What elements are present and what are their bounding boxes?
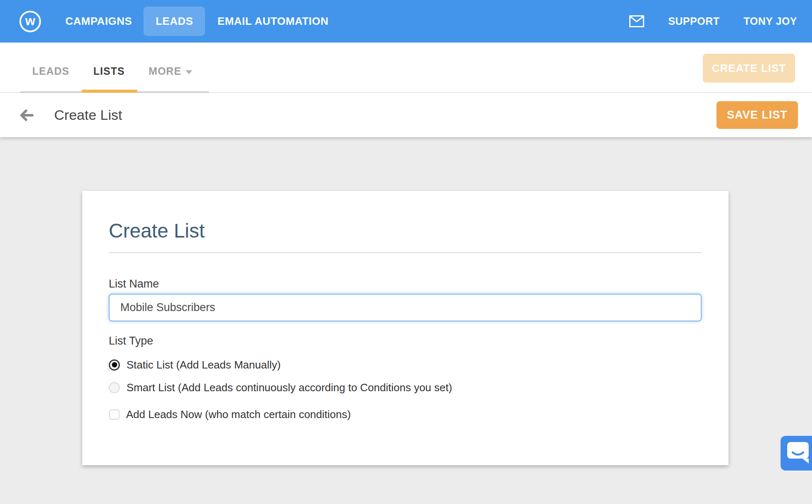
tab-more-label: MORE [149, 65, 182, 77]
save-list-button[interactable]: SAVE LIST [716, 101, 798, 129]
list-name-label: List Name [109, 277, 702, 290]
chat-bubble-icon [787, 442, 809, 465]
topbar-right-group: SUPPORT TONY JOY [629, 15, 797, 27]
create-list-button[interactable]: CREATE LIST [703, 54, 795, 83]
user-menu[interactable]: TONY JOY [743, 15, 797, 27]
mail-icon[interactable] [629, 15, 644, 27]
nav-email-automation[interactable]: EMAIL AUTOMATION [217, 15, 328, 28]
wishpond-logo[interactable]: w [19, 11, 41, 32]
card-title: Create List [109, 219, 702, 243]
nav-leads[interactable]: LEADS [143, 7, 205, 36]
primary-nav: CAMPAIGNS LEADS EMAIL AUTOMATION [41, 0, 329, 43]
static-list-option: Static List (Add Leads Manually) [109, 359, 702, 371]
page-header: Create List SAVE LIST [0, 93, 812, 137]
list-type-label: List Type [109, 334, 702, 348]
add-leads-now-option: Add Leads Now (who match certain conditi… [109, 408, 702, 421]
nav-campaigns[interactable]: CAMPAIGNS [65, 15, 132, 28]
checkbox-add-leads-now-label: Add Leads Now (who match certain conditi… [126, 408, 351, 421]
smart-list-option: Smart List (Add Leads continuously accor… [109, 381, 702, 394]
list-name-input[interactable] [109, 294, 702, 321]
back-button[interactable] [19, 109, 33, 122]
logo-letter: w [25, 14, 35, 29]
chat-widget-button[interactable] [781, 436, 812, 471]
create-list-card: Create List List Name List Type Static L… [82, 191, 728, 465]
arrow-left-icon [19, 109, 33, 122]
content-area: Create List List Name List Type Static L… [0, 137, 812, 504]
support-link[interactable]: SUPPORT [668, 15, 719, 27]
chevron-down-icon [186, 70, 192, 74]
page-title: Create List [54, 107, 122, 123]
tab-more[interactable]: MORE [149, 65, 192, 77]
tab-lists[interactable]: LISTS [93, 65, 125, 77]
top-navigation-bar: w CAMPAIGNS LEADS EMAIL AUTOMATION SUPPO… [0, 0, 812, 43]
tab-leads[interactable]: LEADS [32, 65, 69, 77]
radio-smart-list-label: Smart List (Add Leads continuously accor… [127, 381, 452, 394]
secondary-nav: LEADS LISTS MORE CREATE LIST [0, 43, 812, 93]
active-tab-underline [82, 90, 137, 93]
radio-smart-list[interactable] [109, 382, 120, 393]
tab-group: LEADS LISTS MORE [0, 43, 192, 93]
checkbox-add-leads-now[interactable] [109, 409, 119, 420]
divider [109, 252, 702, 253]
radio-static-list[interactable] [109, 359, 120, 371]
radio-static-list-label: Static List (Add Leads Manually) [127, 359, 281, 371]
